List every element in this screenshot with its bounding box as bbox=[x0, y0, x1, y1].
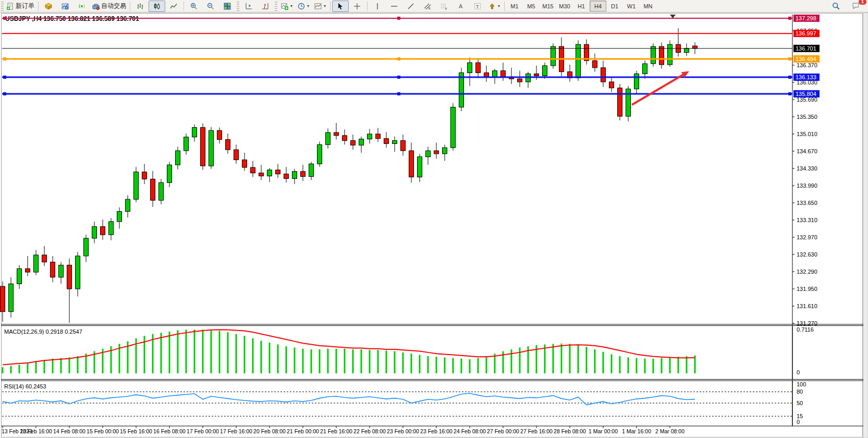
tester-icon bbox=[62, 3, 69, 10]
text-label-icon: T bbox=[474, 3, 481, 10]
macd-min-label: 0 bbox=[797, 369, 800, 375]
add-indicator-button[interactable]: ▾ bbox=[278, 1, 295, 12]
crosshair-icon bbox=[353, 3, 361, 10]
candle bbox=[668, 40, 673, 66]
svg-text:T: T bbox=[476, 4, 479, 9]
macd-max-label: 0.7116 bbox=[797, 326, 814, 333]
line-handle[interactable] bbox=[397, 57, 400, 60]
dropdown-caret-icon: ▾ bbox=[290, 4, 292, 8]
tile-windows-button[interactable] bbox=[219, 1, 236, 12]
timeframe-button-m1[interactable]: M1 bbox=[506, 1, 523, 11]
price-tick-label: 131.610 bbox=[797, 303, 817, 309]
new-order-icon bbox=[7, 3, 14, 10]
timeframe-button-m30[interactable]: M30 bbox=[556, 1, 573, 11]
price-badge-136701: 136.701 bbox=[793, 45, 820, 52]
signals-button[interactable] bbox=[74, 1, 90, 12]
timeframe-button-w1[interactable]: W1 bbox=[623, 1, 640, 11]
toolbar-grip bbox=[237, 2, 239, 11]
text-label-button[interactable]: T bbox=[469, 1, 486, 12]
toolbar-separator bbox=[367, 2, 368, 11]
rsi-label: RSI(14) 60.2453 bbox=[4, 383, 46, 390]
auto-scroll-button[interactable] bbox=[240, 1, 257, 12]
candle bbox=[317, 142, 322, 167]
price-tick-label: 135.350 bbox=[797, 114, 817, 120]
price-tick-label: 132.970 bbox=[797, 234, 817, 240]
time-tick-label: 23 Feb 16:00 bbox=[420, 428, 453, 434]
timeframe-button-m15[interactable]: M15 bbox=[540, 1, 556, 11]
zoom-in-button[interactable] bbox=[186, 1, 202, 12]
tile-windows-icon bbox=[224, 3, 231, 10]
candle bbox=[459, 68, 464, 111]
chart-shift-button[interactable] bbox=[257, 1, 274, 12]
price-tick-label: 135.010 bbox=[797, 131, 817, 137]
time-tick-label: 24 Feb 08:00 bbox=[454, 428, 486, 434]
time-tick-label: 15 Feb 16:00 bbox=[120, 428, 152, 434]
chart-window[interactable]: USDJPY ,H4 136.750 136.821 136.589 136.7… bbox=[0, 13, 868, 438]
candle bbox=[618, 84, 622, 120]
channel-icon: E bbox=[424, 3, 431, 10]
fibonacci-button[interactable]: F bbox=[436, 1, 453, 12]
zoom-out-button[interactable] bbox=[202, 1, 219, 12]
candle bbox=[551, 43, 556, 69]
autotrading-icon bbox=[92, 3, 100, 10]
svg-text:F: F bbox=[445, 7, 447, 10]
line-handle[interactable] bbox=[3, 17, 6, 20]
timeframe-button-h1[interactable]: H1 bbox=[573, 1, 590, 11]
timeframe-button-d1[interactable]: D1 bbox=[606, 1, 623, 11]
line-handle[interactable] bbox=[3, 92, 6, 95]
candle bbox=[451, 103, 456, 151]
search-button[interactable] bbox=[827, 1, 844, 12]
rsi-tick-label: 0 bbox=[797, 419, 800, 425]
market-watch-button[interactable] bbox=[40, 1, 57, 12]
candlestick-icon bbox=[153, 3, 161, 10]
notifications-button[interactable]: 1 bbox=[847, 1, 864, 12]
line-handle[interactable] bbox=[788, 17, 791, 20]
template-button[interactable]: ▾ bbox=[312, 1, 328, 12]
equidistant-channel-button[interactable]: E bbox=[419, 1, 436, 12]
cursor-button[interactable] bbox=[332, 1, 349, 12]
line-handle[interactable] bbox=[788, 92, 791, 95]
strategy-tester-button[interactable] bbox=[57, 1, 74, 12]
line-handle[interactable] bbox=[397, 17, 400, 20]
timeframe-button-mn[interactable]: MN bbox=[640, 1, 656, 11]
top-toolbar: 新订单自动交易▾▾▾EFAT▾M1M5M15M30H1H4D1W1MN1 bbox=[0, 0, 868, 13]
candlestick-button[interactable] bbox=[149, 1, 165, 12]
auto-trading-button[interactable]: 自动交易 bbox=[90, 1, 128, 12]
crosshair-button[interactable] bbox=[349, 1, 365, 12]
price-badge-label: 136.133 bbox=[796, 74, 816, 80]
new-order-button[interactable]: 新订单 bbox=[5, 1, 36, 12]
vertical-line-button[interactable] bbox=[369, 1, 386, 12]
macd-label: MACD(12,26,9) 0.2918 0.2547 bbox=[4, 328, 82, 335]
notification-count-badge: 1 bbox=[859, 0, 866, 5]
time-tick-label: 17 Feb 16:00 bbox=[220, 428, 252, 434]
time-tick-label: 14 Feb 08:00 bbox=[53, 428, 85, 434]
timeframe-button-m5[interactable]: M5 bbox=[523, 1, 540, 11]
line-handle[interactable] bbox=[3, 57, 6, 60]
price-badge-135804: 135.804 bbox=[793, 90, 820, 98]
timeframe-button-h4[interactable]: H4 bbox=[590, 1, 606, 11]
dropdown-caret-icon: ▾ bbox=[307, 4, 309, 8]
candle bbox=[159, 179, 164, 204]
time-tick-label: 16 Feb 08:00 bbox=[153, 428, 186, 434]
fibo-icon: F bbox=[441, 3, 448, 10]
candle bbox=[201, 124, 205, 170]
line-chart-button[interactable] bbox=[165, 1, 182, 12]
text-button[interactable]: A bbox=[453, 1, 469, 12]
chart-shift-icon bbox=[262, 3, 269, 10]
line-handle[interactable] bbox=[788, 76, 791, 79]
hline-icon bbox=[390, 3, 398, 10]
horizontal-line-button[interactable] bbox=[386, 1, 402, 12]
trendline-button[interactable] bbox=[402, 1, 419, 12]
bar-chart-button[interactable] bbox=[132, 1, 149, 12]
time-tick-label: 2 Mar 08:00 bbox=[655, 428, 684, 434]
time-tick-label: 27 Feb 00:00 bbox=[487, 428, 519, 434]
line-handle[interactable] bbox=[397, 76, 400, 79]
arrows-button[interactable]: ▾ bbox=[486, 1, 503, 12]
usdjpy-h4-chart[interactable]: USDJPY ,H4 136.750 136.821 136.589 136.7… bbox=[0, 13, 868, 438]
periods-button[interactable]: ▾ bbox=[295, 1, 312, 12]
zoom-out-icon bbox=[207, 3, 214, 10]
line-handle[interactable] bbox=[397, 92, 400, 95]
line-handle[interactable] bbox=[3, 76, 6, 79]
time-tick-label: 13 Feb 16:00 bbox=[20, 428, 52, 434]
line-handle[interactable] bbox=[788, 57, 791, 60]
